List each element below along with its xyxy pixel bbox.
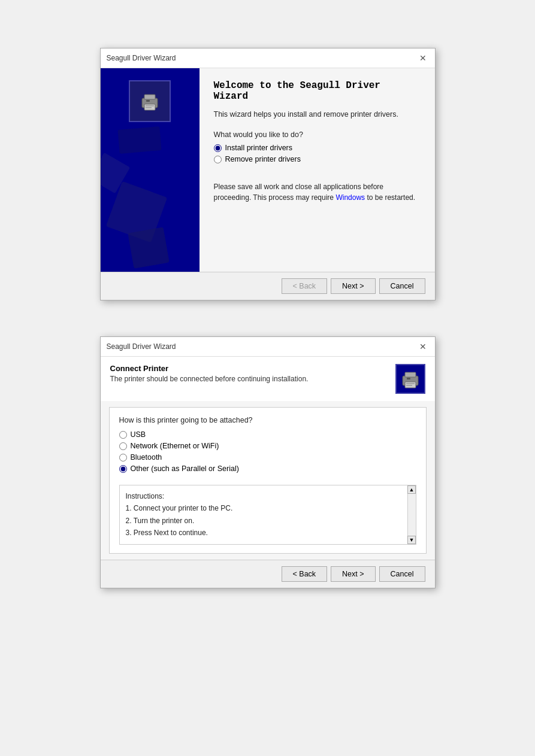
save-notice: Please save all work and close all appli… bbox=[214, 181, 421, 203]
svg-rect-5 bbox=[146, 107, 152, 108]
welcome-sidebar bbox=[101, 68, 200, 272]
action-radio-group: Install printer drivers Remove printer d… bbox=[214, 144, 421, 163]
connect-body: How is this printer going to be attached… bbox=[109, 407, 427, 554]
svg-rect-7 bbox=[405, 372, 416, 377]
bluetooth-label: Bluetooth bbox=[131, 453, 162, 462]
usb-radio[interactable] bbox=[119, 431, 127, 439]
dialog1-next-button[interactable]: Next > bbox=[331, 278, 375, 294]
welcome-title: Welcome to the Seagull Driver Wizard bbox=[214, 80, 421, 102]
dialog1-cancel-button[interactable]: Cancel bbox=[379, 278, 425, 294]
dialog2-title: Seagull Driver Wizard bbox=[107, 342, 176, 351]
deco-shape-4 bbox=[117, 126, 161, 154]
dialog1-footer: < Back Next > Cancel bbox=[101, 272, 435, 300]
printer-icon bbox=[138, 90, 161, 113]
install-label: Install printer drivers bbox=[225, 144, 293, 152]
remove-option[interactable]: Remove printer drivers bbox=[214, 155, 421, 163]
usb-option[interactable]: USB bbox=[119, 430, 416, 439]
dialog2-back-button[interactable]: < Back bbox=[282, 566, 328, 582]
remove-radio[interactable] bbox=[214, 156, 222, 163]
welcome-dialog: Seagull Driver Wizard ✕ bbox=[100, 48, 436, 300]
welcome-main-area: Welcome to the Seagull Driver Wizard Thi… bbox=[200, 68, 435, 272]
svg-rect-11 bbox=[406, 385, 412, 386]
remove-label: Remove printer drivers bbox=[225, 155, 301, 163]
network-option[interactable]: Network (Ethernet or WiFi) bbox=[119, 442, 416, 450]
scrollbar-up-button[interactable]: ▲ bbox=[407, 485, 416, 494]
dialog1-title: Seagull Driver Wizard bbox=[107, 54, 176, 62]
svg-rect-4 bbox=[146, 105, 154, 107]
connect-header-icon-box bbox=[395, 364, 425, 394]
connect-dialog: Seagull Driver Wizard ✕ Connect Printer … bbox=[100, 336, 436, 588]
other-option[interactable]: Other (such as Parallel or Serial) bbox=[119, 464, 416, 473]
connect-printer-icon bbox=[399, 368, 422, 390]
dialog2-footer: < Back Next > Cancel bbox=[101, 560, 435, 588]
welcome-question: What would you like to do? bbox=[214, 130, 421, 139]
svg-rect-10 bbox=[406, 383, 415, 384]
install-option[interactable]: Install printer drivers bbox=[214, 144, 421, 152]
welcome-content-area: Welcome to the Seagull Driver Wizard Thi… bbox=[101, 68, 435, 272]
instruction-3: 3. Press Next to continue. bbox=[126, 527, 399, 539]
dialog1-titlebar: Seagull Driver Wizard ✕ bbox=[101, 48, 435, 68]
instructions-content: Instructions: 1. Connect your printer to… bbox=[126, 490, 410, 539]
welcome-sidebar-icon bbox=[129, 80, 171, 122]
bluetooth-option[interactable]: Bluetooth bbox=[119, 453, 416, 462]
scrollbar-track: ▲ ▼ bbox=[407, 485, 416, 544]
welcome-description: This wizard helps you install and remove… bbox=[214, 110, 421, 119]
instruction-2: 2. Turn the printer on. bbox=[126, 515, 399, 527]
svg-rect-3 bbox=[146, 100, 150, 102]
windows-link[interactable]: Windows bbox=[335, 193, 365, 202]
svg-rect-1 bbox=[144, 95, 155, 99]
dialog2-next-button[interactable]: Next > bbox=[331, 566, 375, 582]
network-label: Network (Ethernet or WiFi) bbox=[131, 442, 219, 450]
dialog2-titlebar: Seagull Driver Wizard ✕ bbox=[101, 337, 435, 357]
other-radio[interactable] bbox=[119, 465, 127, 473]
instructions-box: Instructions: 1. Connect your printer to… bbox=[119, 485, 416, 545]
connect-section-desc: The printer should be connected before c… bbox=[110, 375, 309, 383]
connect-question: How is this printer going to be attached… bbox=[119, 416, 416, 424]
instruction-1: 1. Connect your printer to the PC. bbox=[126, 502, 399, 514]
connect-header: Connect Printer The printer should be co… bbox=[101, 357, 435, 401]
usb-label: USB bbox=[131, 430, 146, 439]
install-radio[interactable] bbox=[214, 144, 222, 152]
connect-section-title: Connect Printer bbox=[110, 364, 309, 373]
connection-radio-group: USB Network (Ethernet or WiFi) Bluetooth… bbox=[119, 430, 416, 473]
other-label: Other (such as Parallel or Serial) bbox=[131, 464, 239, 473]
dialog1-back-button[interactable]: < Back bbox=[282, 278, 328, 294]
dialog2-close-button[interactable]: ✕ bbox=[417, 341, 429, 353]
svg-rect-9 bbox=[407, 378, 410, 379]
dialog1-close-button[interactable]: ✕ bbox=[417, 52, 429, 64]
bluetooth-radio[interactable] bbox=[119, 454, 127, 462]
instructions-title: Instructions: bbox=[126, 490, 399, 502]
network-radio[interactable] bbox=[119, 442, 127, 450]
connect-header-text: Connect Printer The printer should be co… bbox=[110, 364, 309, 383]
deco-shape-2 bbox=[128, 227, 170, 269]
dialog2-cancel-button[interactable]: Cancel bbox=[379, 566, 425, 582]
scrollbar-down-button[interactable]: ▼ bbox=[407, 536, 416, 544]
